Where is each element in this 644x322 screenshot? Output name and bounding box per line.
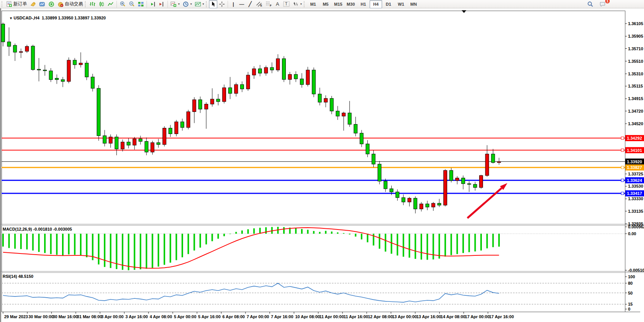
candle-body (485, 154, 489, 175)
time-axis-label: 7 Apr 00:00 (247, 314, 269, 319)
candle-body (127, 142, 130, 145)
candle-body (300, 79, 304, 84)
candle-body (264, 67, 268, 73)
candle-body (420, 204, 423, 209)
line-chart-button[interactable] (106, 0, 115, 8)
candle-body (204, 104, 208, 109)
candle-body (157, 143, 160, 145)
candle-body (402, 198, 405, 202)
macd-histogram-bar (140, 234, 141, 269)
macd-histogram-bar (409, 234, 410, 258)
metaeditor-button[interactable] (29, 0, 38, 8)
fibonacci-button[interactable]: F (264, 0, 273, 8)
candle-body (67, 60, 70, 81)
indicators-button[interactable]: ▾ (169, 0, 181, 8)
toolbar-grip[interactable] (85, 1, 87, 7)
tile-windows-button[interactable] (136, 0, 145, 8)
timeframe-m15-button[interactable]: M15 (332, 0, 344, 8)
arrows-button[interactable]: ▾ (291, 0, 303, 8)
cursor-button[interactable] (209, 0, 217, 8)
auto-scroll-button[interactable] (148, 0, 157, 8)
auto-trading-button[interactable]: 自动交易 (56, 0, 84, 8)
price-axis-tick: 1.33135 (628, 209, 643, 214)
macd-histogram-bar (32, 234, 34, 250)
toolbar-grip[interactable] (206, 1, 208, 7)
timeframe-mn-button[interactable]: MN (407, 0, 420, 8)
macd-histogram-bar (152, 234, 153, 268)
crosshair-button[interactable] (217, 0, 226, 8)
time-axis[interactable]: 29 Mar 202330 Mar 00:0030 Mar 16:0031 Ma… (3, 312, 514, 319)
candle-body (258, 69, 262, 73)
zoom-out-button[interactable] (127, 0, 136, 8)
timeframe-w1-button[interactable]: W1 (395, 0, 407, 8)
svg-text:T: T (285, 2, 287, 6)
candle-body (49, 71, 53, 80)
text-label-button[interactable]: T (282, 0, 291, 8)
price-axis-tick: 1.35310 (628, 72, 643, 76)
templates-button[interactable]: ▾ (193, 0, 206, 8)
zoom-out-icon (129, 1, 135, 7)
zoom-in-button[interactable] (118, 0, 127, 8)
candle-body (79, 63, 83, 65)
timeframe-h4-button[interactable]: H4 (370, 0, 382, 8)
candlestick-chart-button[interactable] (97, 0, 106, 8)
price-axis-tick: 1.35905 (628, 34, 643, 38)
zoom-in-icon (120, 1, 126, 7)
macd-histogram-bar (367, 234, 368, 242)
candle-body (252, 69, 256, 75)
time-axis-label: 13 Apr 16:00 (416, 314, 441, 319)
macd-histogram-bar (349, 234, 351, 234)
candle-body (145, 141, 148, 152)
notifications-button[interactable]: 1 (598, 0, 607, 8)
candle-body (222, 88, 226, 102)
vertical-line-button[interactable]: | (229, 0, 238, 8)
text-button[interactable]: A (273, 0, 282, 8)
macd-histogram-bar (182, 234, 183, 257)
timeframe-h1-button[interactable]: H1 (357, 0, 370, 8)
periods-button[interactable]: ▾ (181, 0, 193, 8)
timeframe-m5-button[interactable]: M5 (319, 0, 332, 8)
macd-histogram-bar (2, 234, 4, 247)
macd-histogram-bar (451, 234, 452, 255)
toolbar-grip[interactable] (304, 1, 306, 7)
timeframe-m1-button[interactable]: M1 (307, 0, 319, 8)
price-axis-tick: 1.33725 (628, 172, 643, 176)
chart-canvas[interactable]: 10080501500.0009620.00-0.0051071.361051.… (0, 0, 644, 322)
symbol-dropdown-icon[interactable]: ▼ (9, 16, 13, 20)
equidistant-channel-button[interactable]: E (254, 0, 264, 8)
macd-histogram-bar (253, 228, 255, 234)
macd-histogram-bar (38, 234, 40, 252)
terminal-button[interactable] (38, 0, 47, 8)
price-axis-tick: 1.36105 (628, 21, 643, 26)
time-axis-label: 14 Apr 08:00 (441, 314, 465, 319)
timeframe-m30-button[interactable]: M30 (344, 0, 357, 8)
trendline-button[interactable]: ╱ (246, 0, 254, 8)
chart-shift-button[interactable] (157, 0, 166, 8)
macd-histogram-bar (403, 234, 404, 257)
toolbar-grip[interactable] (2, 1, 3, 7)
rsi-axis-label: 0 (628, 307, 630, 311)
candle-body (43, 70, 46, 71)
macd-histogram-bar (104, 234, 105, 267)
timeframe-d1-button[interactable]: D1 (382, 0, 395, 8)
new-order-button[interactable]: 新订单 (5, 0, 29, 8)
signals-button[interactable] (47, 0, 56, 8)
candle-body (139, 139, 142, 142)
macd-histogram-bar (391, 234, 392, 254)
horizontal-line-button[interactable]: — (238, 0, 246, 8)
time-axis-label: 30 Mar 00:00 (29, 314, 54, 319)
macd-histogram-bar (223, 234, 225, 236)
search-button[interactable] (586, 0, 595, 8)
macd-histogram-bar (26, 234, 28, 249)
candle-body (312, 70, 316, 94)
bar-chart-button[interactable] (88, 0, 97, 8)
macd-histogram-bar (379, 234, 380, 249)
main-toolbar: 新订单 自动交易 (0, 0, 644, 8)
macd-histogram-bar (241, 231, 243, 234)
candle-body (491, 154, 495, 163)
candle-body (414, 198, 417, 209)
candle-body (384, 181, 387, 189)
candle-body (282, 59, 285, 80)
macd-axis-label: 0.00 (628, 231, 636, 236)
macd-histogram-bar (462, 234, 464, 253)
